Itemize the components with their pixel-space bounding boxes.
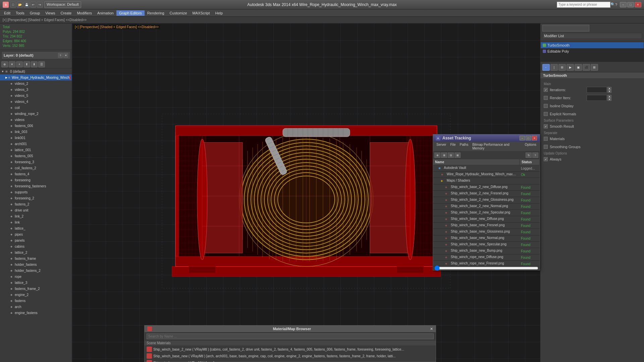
- layer-item-videos[interactable]: ◈ videos: [0, 117, 72, 123]
- menu-modifiers[interactable]: Modifiers: [74, 10, 95, 16]
- menu-customize[interactable]: Customize: [167, 10, 190, 16]
- layer-item-supports[interactable]: ◈ supports: [0, 189, 72, 195]
- mb-close-icon[interactable]: ✕: [430, 327, 433, 331]
- layer-item-engine-fastens[interactable]: ◈ engine_fastens: [0, 310, 72, 316]
- menu-graph-editors[interactable]: Graph Editors: [116, 10, 145, 16]
- layer-item-drive-unit[interactable]: ◈ drive unit: [0, 207, 72, 213]
- at-tool-refresh[interactable]: ↻: [526, 153, 532, 158]
- panel-close-icon[interactable]: ✕: [63, 53, 68, 58]
- at-minimize-button[interactable]: −: [520, 136, 525, 140]
- layer-item-videos-3[interactable]: ◈ videos_3: [0, 86, 72, 93]
- layer-item-videos-2[interactable]: ◈ videos_2: [0, 80, 72, 86]
- at-row-wire-rope-file[interactable]: ◈ Wire_Rope_Hydraulic_Mooring_Winch_max_…: [433, 172, 540, 178]
- at-row-base-glossiness[interactable]: ◈ Ship_winch_base_new_Glossiness.png Fou…: [433, 229, 540, 235]
- layer-item-wire-rope[interactable]: ▶ ⊞ Wire_Rope_Hydraulic_Mooring_Winch: [0, 74, 72, 80]
- at-close-button[interactable]: ✕: [532, 136, 537, 140]
- at-maximize-button[interactable]: □: [526, 136, 531, 140]
- new-file-icon[interactable]: □: [10, 2, 16, 8]
- layer-add-tool[interactable]: +: [16, 61, 23, 67]
- layer-item-lattice-2[interactable]: ◈ lattice_2: [0, 249, 72, 255]
- at-table-body[interactable]: ◉ Autodesk Vault Logged... ◈ Wire_Rope_H…: [433, 165, 540, 266]
- minimize-button[interactable]: −: [620, 2, 627, 7]
- layer-item-holder-fastens[interactable]: ◈ holder_fastens: [0, 261, 72, 267]
- help-icon[interactable]: ?: [615, 3, 617, 7]
- search-input[interactable]: [557, 2, 610, 8]
- ts-render-iters-checkbox[interactable]: [544, 96, 548, 100]
- menu-create[interactable]: Create: [58, 10, 74, 16]
- layer-delete-tool[interactable]: ✕: [9, 61, 15, 67]
- at-row-maps-shaders[interactable]: ▶ Maps / Shaders: [433, 178, 540, 184]
- layer-item-fastens-4[interactable]: ◈ fastens_4: [0, 171, 72, 177]
- modifier-item-editable-poly[interactable]: Editable Poly: [541, 48, 644, 54]
- object-name-input[interactable]: videos_3: [542, 25, 589, 32]
- close-button[interactable]: ✕: [635, 2, 641, 7]
- mb-search-input[interactable]: [147, 334, 434, 339]
- layer-item-lattice-001[interactable]: ◈ lattice_001: [0, 147, 72, 153]
- at-row-base-bump[interactable]: ◈ Ship_winch_base_new_Bump.png Found: [433, 248, 540, 254]
- at-tool-3[interactable]: ⊟: [448, 153, 454, 158]
- at-menu-server[interactable]: Server: [434, 142, 448, 150]
- layer-item-arch001[interactable]: ◈ arch001: [0, 141, 72, 147]
- at-row-base-diffuse[interactable]: ◈ Ship_winch_base_new_Diffuse.png Found: [433, 216, 540, 223]
- at-row-base-specular[interactable]: ◈ Ship_winch_base_new_Specular.png Found: [433, 242, 540, 248]
- search-icon[interactable]: 🔍: [610, 2, 615, 7]
- layer-item-link001[interactable]: ◈ link001: [0, 135, 72, 141]
- layer-item-link-2[interactable]: ◈ link_2: [0, 213, 72, 219]
- layer-item-lattice-[interactable]: ◈ lattice_: [0, 225, 72, 231]
- layer-item-foreseeing-3[interactable]: ◈ foreseeing_3: [0, 159, 72, 165]
- ts-render-iters-up[interactable]: ▲: [607, 95, 611, 98]
- layer-item-foreseeing[interactable]: ◈ foreseeing: [0, 177, 72, 183]
- menu-tools[interactable]: Tools: [13, 10, 27, 16]
- at-row-base2-fresnel[interactable]: ◈ Ship_winch_base_2_new_Fresnel.png Foun…: [433, 191, 540, 197]
- rt-icon-2[interactable]: |: [550, 64, 558, 71]
- material-item-1[interactable]: Ship_winch_base_2_new ( VRayMtl ) [cabin…: [145, 346, 436, 353]
- at-horizontal-scrollbar[interactable]: [434, 267, 538, 269]
- layer-item-default[interactable]: ▼ ⊞ 0 (default): [0, 68, 72, 74]
- layer-item-holder-fastens-2[interactable]: ◈ holder_fastens_2: [0, 267, 72, 274]
- at-row-rope-fresnel[interactable]: ◈ Ship_winch_rope_new_Fresnel.png Found: [433, 261, 540, 266]
- at-row-base2-glossiness[interactable]: ◈ Ship_winch_base_2_new_Glossiness.png F…: [433, 197, 540, 203]
- rt-icon-7[interactable]: ⊠: [591, 64, 598, 71]
- ts-render-iters-down[interactable]: ▼: [607, 98, 611, 101]
- layer-move-up-tool[interactable]: ⬆: [23, 61, 30, 67]
- at-row-vault[interactable]: ◉ Autodesk Vault Logged...: [433, 165, 540, 172]
- material-item-3[interactable]: Ship_winch_rope_new ( VRayMtl ) [rope]: [145, 359, 436, 362]
- ts-explicit-normals-checkbox[interactable]: [544, 112, 548, 116]
- layer-item-videos-5[interactable]: ◈ videos_5: [0, 93, 72, 99]
- layer-item-fastens[interactable]: ◈ fastens: [0, 298, 72, 304]
- rt-icon-4[interactable]: ▶: [567, 64, 574, 71]
- layer-tree[interactable]: ▼ ⊞ 0 (default) ▶ ⊞ Wire_Rope_Hydraulic_…: [0, 68, 72, 362]
- menu-views[interactable]: Views: [43, 10, 58, 16]
- at-row-base-fresnel[interactable]: ◈ Ship_winch_base_new_Fresnel.png Found: [433, 223, 540, 229]
- at-tool-help[interactable]: ?: [532, 153, 538, 158]
- layer-item-pipes[interactable]: ◈ pipes: [0, 231, 72, 237]
- layer-item-fastens-2[interactable]: ◈ fastens_2: [0, 201, 72, 207]
- at-menu-bitmap-performance[interactable]: Bitmap Performance and Memory: [470, 142, 523, 150]
- at-row-rope-diffuse[interactable]: ◈ Ship_winch_rope_new_Diffuse.png Found: [433, 254, 540, 261]
- rt-icon-3[interactable]: ⊞: [558, 64, 566, 71]
- rt-icon-5[interactable]: ▣: [575, 64, 582, 71]
- at-tool-1[interactable]: ⊕: [434, 153, 440, 158]
- at-row-base2-diffuse[interactable]: ◈ Ship_winch_base_2_new_Diffuse.png Foun…: [433, 184, 540, 191]
- menu-group[interactable]: Group: [27, 10, 43, 16]
- at-row-base2-normal[interactable]: ◈ Ship_winch_base_2_new_Normal.png Found: [433, 203, 540, 210]
- rt-icon-1[interactable]: ←: [542, 64, 550, 71]
- layer-item-link[interactable]: ◈ link: [0, 219, 72, 225]
- ts-iterations-checkbox[interactable]: [544, 88, 548, 92]
- ts-iterations-up[interactable]: ▲: [607, 87, 611, 90]
- menu-maxscript[interactable]: MAXScript: [190, 10, 213, 16]
- ts-materials-checkbox[interactable]: [544, 137, 548, 141]
- material-item-2[interactable]: Ship_winch_base_new ( VRayMtl ) [arch, a…: [145, 353, 436, 359]
- layer-item-panels[interactable]: ◈ panels: [0, 237, 72, 243]
- ts-smoothing-groups-checkbox[interactable]: [544, 145, 548, 149]
- layer-item-fastens-frame[interactable]: ◈ fastens_frame: [0, 255, 72, 261]
- layer-item-link-003[interactable]: ◈ link_003: [0, 129, 72, 135]
- layer-item-foreseeing-fasteners[interactable]: ◈ foreseeing_fasteners: [0, 183, 72, 189]
- layer-select-tool[interactable]: ⊕: [1, 61, 8, 67]
- maximize-button[interactable]: □: [627, 2, 634, 7]
- ts-smooth-result-checkbox[interactable]: [544, 124, 548, 128]
- at-tool-2[interactable]: ⊞: [441, 153, 447, 158]
- menu-edit[interactable]: Edit: [1, 10, 13, 16]
- undo-icon[interactable]: ↩: [30, 2, 36, 8]
- layer-settings-tool[interactable]: ☰: [38, 61, 45, 67]
